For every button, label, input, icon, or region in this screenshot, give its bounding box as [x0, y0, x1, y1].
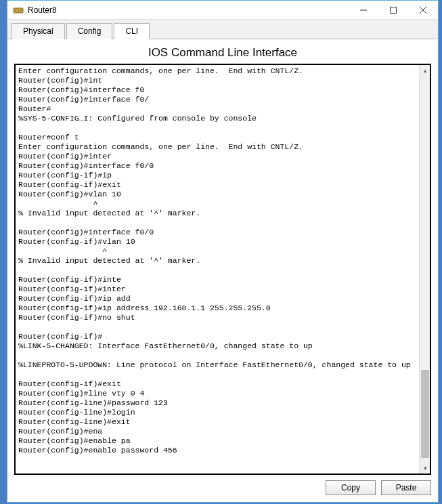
terminal-container: Enter configuration commands, one per li…	[14, 64, 431, 475]
action-button-row: Copy Paste	[14, 475, 431, 495]
tab-physical[interactable]: Physical	[12, 23, 65, 39]
window-title: Router8	[28, 5, 349, 15]
cli-panel: IOS Command Line Interface Enter configu…	[7, 39, 438, 502]
tab-cli[interactable]: CLI	[114, 23, 150, 39]
svg-point-3	[20, 9, 22, 11]
window-controls	[349, 1, 438, 19]
app-icon	[13, 5, 24, 16]
scroll-down-icon[interactable]: ▾	[420, 463, 430, 474]
titlebar[interactable]: Router8	[7, 1, 438, 20]
scroll-up-icon[interactable]: ▴	[420, 65, 430, 76]
cli-terminal[interactable]: Enter configuration commands, one per li…	[16, 65, 419, 474]
maximize-button[interactable]	[378, 1, 408, 19]
cli-heading: IOS Command Line Interface	[14, 46, 431, 60]
terminal-scrollbar[interactable]: ▴ ▾	[419, 65, 430, 474]
tab-config[interactable]: Config	[66, 23, 113, 39]
svg-rect-5	[391, 7, 397, 13]
tab-bar: Physical Config CLI	[7, 20, 438, 39]
copy-button[interactable]: Copy	[326, 480, 376, 495]
paste-button[interactable]: Paste	[381, 480, 431, 495]
close-button[interactable]	[408, 1, 438, 19]
app-window: Router8 Physical Config CLI IOS Command …	[7, 0, 439, 503]
svg-point-1	[15, 9, 16, 11]
minimize-button[interactable]	[349, 1, 378, 19]
scroll-thumb[interactable]	[421, 370, 429, 458]
svg-point-2	[18, 9, 19, 11]
